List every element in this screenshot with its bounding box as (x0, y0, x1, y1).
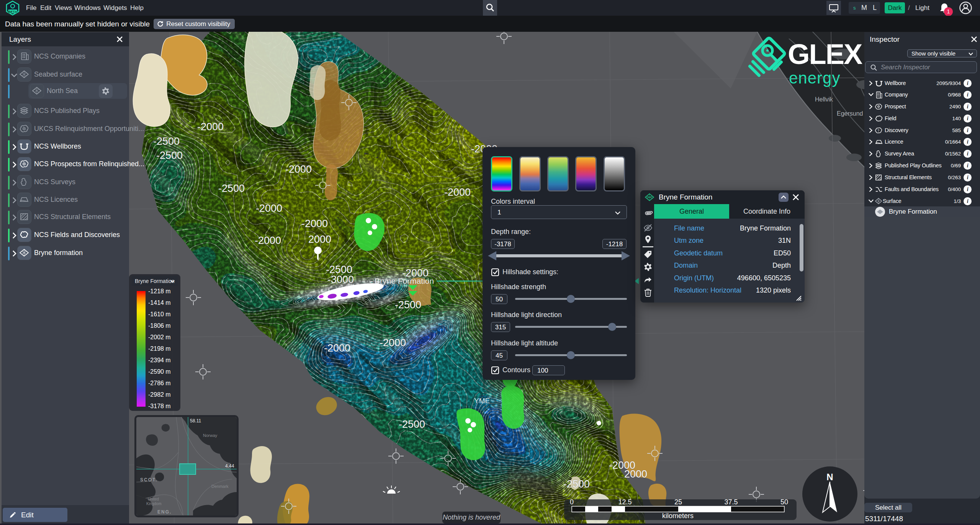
svg-text:GLEX: GLEX (788, 38, 862, 70)
svg-text:kilometers: kilometers (662, 512, 694, 520)
svg-text:4.44: 4.44 (225, 463, 234, 469)
svg-text:0: 0 (570, 499, 574, 506)
svg-text:United: United (148, 497, 159, 501)
svg-text:YME: YME (474, 397, 490, 405)
svg-text:-2500: -2500 (563, 478, 590, 490)
svg-text:-2000: -2000 (285, 164, 312, 175)
svg-text:-2000: -2000 (255, 235, 281, 246)
svg-text:-2500: -2500 (156, 150, 183, 161)
svg-text:-2000: -2000 (324, 342, 350, 354)
svg-text:58.11: 58.11 (190, 418, 201, 424)
svg-text:Norway: Norway (203, 433, 218, 438)
svg-text:-2000: -2000 (301, 218, 328, 229)
svg-text:SCOT.: SCOT. (140, 477, 157, 482)
svg-text:Hellvik: Hellvik (815, 96, 833, 103)
svg-text:-2500: -2500 (399, 419, 425, 430)
svg-text:25: 25 (674, 499, 682, 506)
svg-text:N: N (826, 472, 833, 482)
svg-text:BETA: BETA (8, 10, 17, 14)
svg-text:-2500: -2500 (153, 136, 180, 147)
svg-text:ENG.: ENG. (157, 509, 172, 515)
svg-text:-2000: -2000 (256, 203, 282, 214)
svg-text:-2500: -2500 (395, 299, 421, 311)
svg-text:-2000: -2000 (197, 121, 224, 132)
svg-text:12.5: 12.5 (618, 499, 632, 506)
svg-text:-2500: -2500 (218, 183, 245, 194)
svg-text:-3000: -3000 (327, 274, 354, 285)
svg-text:2000: 2000 (308, 234, 331, 245)
svg-text:2000: 2000 (624, 468, 647, 480)
svg-text:-2000: -2000 (444, 186, 471, 198)
svg-text:Denmark: Denmark (211, 484, 229, 489)
svg-text:Egersund: Egersund (837, 110, 863, 117)
svg-text:-2000: -2000 (402, 267, 429, 279)
svg-text:Kingdom: Kingdom (146, 502, 161, 506)
svg-text:37.5: 37.5 (724, 499, 738, 506)
svg-text:50: 50 (780, 499, 788, 506)
svg-text:-2000: -2000 (380, 337, 406, 348)
svg-text:?: ? (877, 129, 879, 132)
